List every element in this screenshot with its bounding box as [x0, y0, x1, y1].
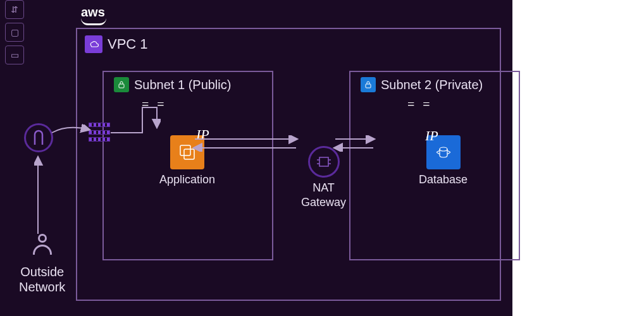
nat-gateway-node: NAT Gateway [301, 146, 346, 209]
nat-gateway-icon [308, 146, 340, 178]
subnet-private: Subnet 2 (Private) = = Database [349, 71, 520, 260]
subnet-public-lock-icon [114, 77, 129, 92]
outside-label-1: Outside [20, 265, 64, 279]
nat-gateway-label-1: NAT [313, 181, 335, 195]
vpc-icon [85, 35, 102, 53]
tool-shape-icon[interactable]: ▢ [5, 23, 24, 42]
vpc-container: VPC 1 Subnet 1 (Public) = = Application [76, 28, 501, 301]
svg-rect-2 [184, 149, 194, 159]
svg-rect-5 [319, 157, 328, 166]
vpc-title: VPC 1 [108, 36, 148, 52]
subnet-private-lock-icon [361, 77, 376, 92]
subnet-public-title: Subnet 1 (Public) [134, 78, 231, 92]
ip-annotation-app: IP [196, 126, 209, 143]
database-label: Database [419, 173, 468, 186]
svg-rect-0 [119, 84, 124, 88]
outside-network-node: Outside Network [19, 234, 65, 295]
diagram-toolbar: ⇵ ▢ ▭ [5, 0, 24, 64]
user-icon [30, 234, 55, 262]
tool-chat-icon[interactable]: ▭ [5, 46, 24, 64]
subnet-public: Subnet 1 (Public) = = Application [102, 71, 273, 260]
internet-gateway-node [24, 123, 53, 152]
svg-rect-1 [180, 145, 190, 155]
nat-gateway-label-2: Gateway [301, 196, 346, 209]
application-label: Application [159, 173, 215, 186]
svg-rect-3 [366, 84, 371, 88]
aws-logo: aws [81, 5, 106, 25]
tool-text-icon[interactable]: ⇵ [5, 0, 24, 19]
network-acl-icon [89, 123, 110, 142]
outside-label-2: Network [19, 280, 65, 294]
ip-annotation-db: IP [425, 128, 438, 144]
internet-gateway-icon [24, 123, 53, 152]
svg-point-4 [440, 147, 447, 151]
subnet-private-title: Subnet 2 (Private) [381, 78, 483, 92]
annotation-scribble-2: = = [407, 97, 433, 112]
diagram-canvas: ⇵ ▢ ▭ aws VPC 1 Subnet 1 (Public) = = [0, 0, 512, 316]
annotation-scribble-1: = = [142, 97, 167, 112]
application-node: Application [159, 135, 215, 186]
